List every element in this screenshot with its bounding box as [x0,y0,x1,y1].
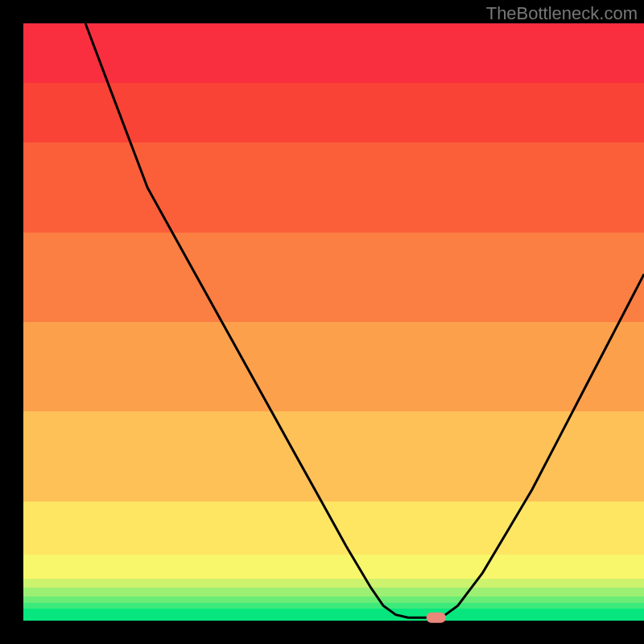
watermark-text: TheBottleneck.com [486,3,638,24]
plot-background [23,23,644,621]
bottleneck-chart [0,0,644,644]
optimal-point-marker [427,613,446,623]
